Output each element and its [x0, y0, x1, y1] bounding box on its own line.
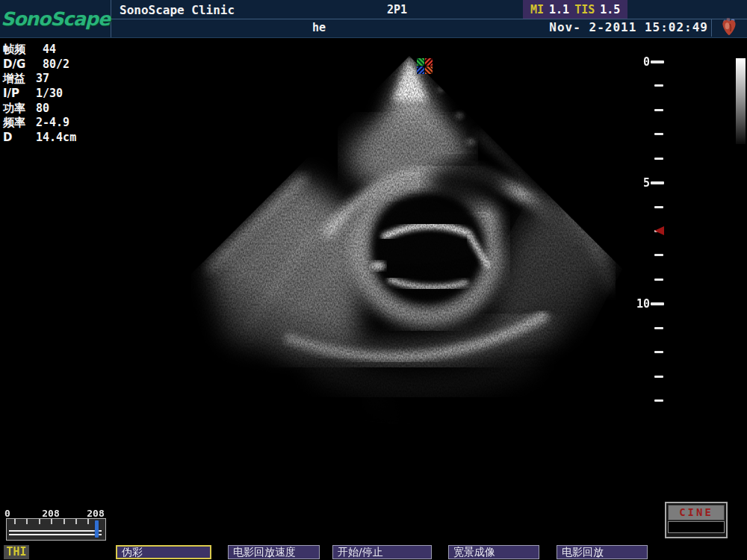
gauge-tick: [51, 519, 52, 524]
param-label: 功率: [3, 102, 36, 116]
softkey-label: 电影回放速度: [233, 546, 296, 558]
patient-id: he: [312, 21, 326, 34]
param-value: 80/2: [36, 57, 69, 72]
ultrasound-image: [120, 45, 642, 463]
param-label: D/G: [3, 57, 36, 72]
param-row: 帧频 44: [3, 43, 76, 57]
gauge-tick: [26, 519, 28, 524]
imaging-parameters: 帧频 44 D/G 80/2 增益37 I/P1/30 功率80 频率2-4.9…: [3, 43, 76, 146]
gauge-tick: [87, 519, 89, 524]
cine-status-box: CINE: [665, 502, 728, 538]
ruler-tick: [654, 84, 663, 87]
softkey-label: 宽景成像: [453, 546, 495, 558]
gauge-label: 0: [4, 508, 27, 519]
brand-logo: SonoScape: [0, 0, 111, 37]
ultrasound-screen: SonoScape SonoScape Clinic 2P1 MI 1.1 TI…: [0, 0, 747, 560]
softkey-button-3[interactable]: 宽景成像: [448, 545, 539, 559]
grayscale-bar: [736, 58, 746, 144]
ruler-tick: [651, 302, 664, 305]
gauge-tick: [14, 519, 16, 524]
ruler-tick: [654, 158, 663, 160]
heart-icon: [717, 17, 741, 37]
ruler-tick: [654, 109, 663, 111]
param-row: 频率2-4.9: [3, 116, 76, 131]
gauge-tick: [75, 519, 77, 524]
ruler-tick: [651, 181, 664, 184]
brand-logo-text: SonoScape: [1, 8, 110, 30]
probe-orientation-marker-icon: [417, 58, 433, 74]
ruler-tick: [654, 327, 663, 329]
ruler-tick: [654, 399, 663, 402]
thi-button[interactable]: THI: [4, 545, 29, 559]
param-row: 增益37: [3, 72, 76, 87]
cine-status-display: [668, 521, 725, 533]
softkey-button-1[interactable]: 电影回放速度: [228, 545, 320, 559]
param-label: 频率: [3, 116, 36, 131]
gauge-tick: [63, 519, 65, 524]
param-row: 功率80: [3, 102, 76, 116]
ruler-tick: [654, 279, 663, 281]
gauge-label: 208: [40, 508, 62, 519]
probe-id: 2P1: [387, 3, 407, 16]
gauge-line: [9, 530, 102, 535]
param-value: 37: [36, 72, 49, 87]
marker-quadrant: [417, 66, 424, 74]
softkey-label: 伪彩: [122, 546, 143, 558]
param-label: I/P: [3, 87, 36, 102]
header-vertical-separator: [711, 19, 712, 37]
param-value: 14.4cm: [36, 131, 76, 146]
depth-marker-icon[interactable]: [654, 226, 664, 235]
cine-gauge-track[interactable]: [6, 518, 106, 541]
mi-label: MI: [530, 3, 544, 16]
cine-status-label: CINE: [668, 505, 725, 520]
acoustic-output-indices: MI 1.1 TIS 1.5: [523, 0, 627, 19]
header-bar: SonoScape SonoScape Clinic 2P1 MI 1.1 TI…: [0, 0, 747, 38]
softkey-button-0[interactable]: 伪彩: [116, 545, 211, 559]
cine-gauge-cursor[interactable]: [95, 520, 99, 538]
ruler-tick: [654, 206, 663, 208]
ruler-tick: [654, 376, 663, 378]
param-label: D: [3, 131, 36, 146]
tis-value: 1.5: [600, 3, 620, 16]
clinic-name: SonoScape Clinic: [120, 3, 235, 17]
gauge-tick: [39, 519, 40, 524]
datetime: Nov- 2-2011 15:02:49: [549, 20, 708, 34]
marker-quadrant: [425, 58, 433, 66]
param-value: 2-4.9: [36, 116, 69, 131]
param-label: 帧频: [3, 43, 36, 57]
softkey-button-2[interactable]: 开始/停止: [332, 545, 432, 559]
gauge-label: 208: [84, 508, 107, 519]
param-value: 44: [36, 43, 56, 57]
ruler-tick: [651, 60, 664, 63]
ruler-tick: [654, 254, 663, 256]
tis-label: TIS: [574, 3, 595, 16]
marker-quadrant: [417, 58, 424, 66]
param-row: I/P1/30: [3, 87, 76, 102]
ruler-tick: [654, 351, 663, 353]
softkey-label: 开始/停止: [338, 546, 383, 558]
softkey-button-4[interactable]: 电影回放: [557, 545, 648, 559]
param-value: 80: [36, 102, 49, 116]
param-value: 1/30: [36, 87, 63, 102]
header-divider: [111, 19, 747, 19]
ruler-tick: [654, 133, 663, 135]
param-row: D14.4cm: [3, 131, 76, 146]
param-label: 增益: [3, 72, 36, 87]
mi-value: 1.1: [549, 3, 569, 16]
marker-quadrant: [425, 66, 433, 74]
param-row: D/G 80/2: [3, 57, 76, 72]
softkey-label: 电影回放: [562, 546, 604, 558]
